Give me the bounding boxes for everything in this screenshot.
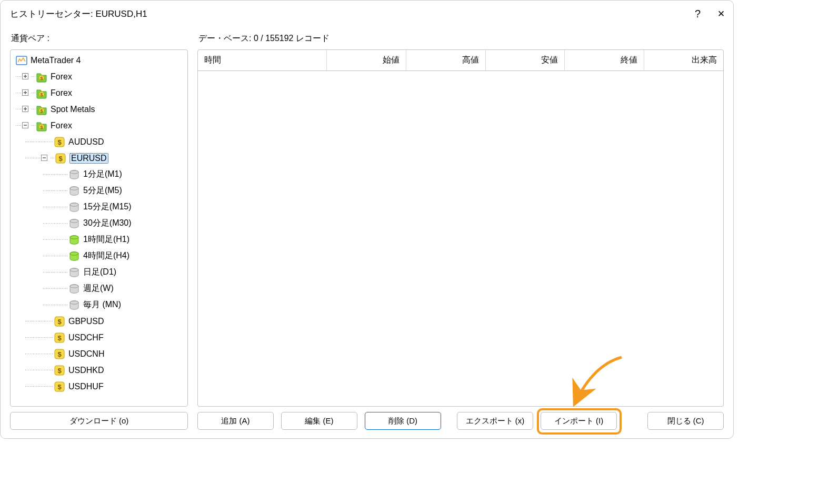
svg-text:$: $ — [57, 138, 62, 146]
tree-timeframe-item[interactable]: 週足(W) — [14, 280, 187, 297]
tree-group-item[interactable]: $Forex — [14, 68, 187, 85]
tree-guide — [41, 199, 59, 215]
tree-connector — [51, 150, 55, 166]
tree-symbol-item[interactable]: $USDCNH — [14, 346, 187, 362]
tree-connector — [59, 231, 68, 248]
tree-symbol-item[interactable]: $EURUSD — [14, 150, 187, 166]
tree-timeframe-item[interactable]: 30分足(M30) — [14, 215, 187, 231]
tree-symbol-item[interactable]: $USDCHF — [14, 329, 187, 346]
database-icon — [68, 234, 80, 246]
expand-icon[interactable] — [22, 73, 32, 80]
database-icon — [68, 185, 80, 197]
svg-text:$: $ — [40, 108, 43, 113]
dollar-icon: $ — [54, 348, 65, 360]
tree-timeframe-label: 1時間足(H1) — [83, 234, 129, 245]
tree-symbol-label: GBPUSD — [68, 317, 104, 326]
tree-connector — [59, 166, 68, 183]
tree-symbol-item[interactable]: $USDHKD — [14, 362, 187, 378]
tree-connector — [16, 101, 22, 117]
close-button[interactable]: 閉じる (C) — [647, 412, 724, 430]
tree-guide — [41, 183, 59, 199]
database-label: デー・ベース: 0 / 155192 レコード — [197, 27, 724, 47]
tree-group-item[interactable]: $Forex — [14, 85, 187, 101]
col-low[interactable]: 安値 — [486, 50, 565, 70]
tree-group-label: Forex — [51, 72, 72, 82]
tree-guide — [41, 166, 59, 183]
svg-text:$: $ — [57, 318, 62, 326]
import-button[interactable]: インポート (I) — [541, 412, 617, 430]
tree-symbol-item[interactable]: $USDHUF — [14, 378, 187, 395]
window-title: ヒストリーセンター: EURUSD,H1 — [10, 8, 147, 20]
tree-timeframe-label: 5分足(M5) — [83, 185, 122, 196]
collapse-icon[interactable] — [41, 155, 51, 162]
tree-symbol-label: EURUSD — [69, 153, 108, 164]
tree-timeframe-label: 週足(W) — [83, 283, 114, 294]
tree-connector — [41, 313, 54, 329]
col-vol[interactable]: 出来高 — [644, 50, 723, 70]
tree-timeframe-item[interactable]: 5分足(M5) — [14, 183, 187, 199]
tree-guide — [16, 183, 41, 199]
tree-connector — [59, 264, 68, 280]
tree-guide — [16, 231, 41, 248]
window-controls: ? ✕ — [695, 8, 725, 19]
expand-icon[interactable] — [22, 89, 32, 97]
svg-text:$: $ — [40, 92, 43, 97]
tree-symbol-item[interactable]: $AUDUSD — [14, 134, 187, 150]
tree-connector — [59, 199, 68, 215]
add-button[interactable]: 追加 (A) — [197, 412, 274, 430]
tree-connector — [32, 85, 36, 101]
tree-connector — [59, 280, 68, 297]
tree-guide — [16, 313, 41, 329]
help-icon[interactable]: ? — [695, 8, 701, 19]
expand-icon[interactable] — [22, 106, 32, 113]
dollar-icon: $ — [55, 153, 66, 164]
download-button[interactable]: ダウンロード (o) — [10, 412, 188, 430]
col-time[interactable]: 時間 — [198, 50, 327, 70]
col-close[interactable]: 終値 — [565, 50, 644, 70]
tree-guide — [16, 280, 41, 297]
tree-symbol-label: USDCNH — [68, 349, 104, 359]
tree-connector — [41, 134, 54, 150]
tree-connector — [32, 117, 36, 134]
dollar-icon: $ — [54, 365, 65, 376]
col-high[interactable]: 高値 — [406, 50, 486, 70]
tree-root-item[interactable]: MetaTrader 4 — [14, 52, 187, 68]
tree-connector — [41, 362, 54, 378]
folder-icon: $ — [36, 87, 47, 99]
symbols-panel: 通貨ペア : MetaTrader 4 $Forex$Forex$Spot Me… — [10, 27, 188, 407]
dollar-icon: $ — [54, 381, 65, 392]
tree-group-item[interactable]: $Spot Metals — [14, 101, 187, 117]
tree-symbol-item[interactable]: $GBPUSD — [14, 313, 187, 329]
col-open[interactable]: 始値 — [327, 50, 406, 70]
tree-guide — [16, 134, 41, 150]
delete-button[interactable]: 削除 (D) — [365, 412, 441, 430]
tree-connector — [59, 297, 68, 313]
tree-connector — [59, 215, 68, 231]
titlebar: ヒストリーセンター: EURUSD,H1 ? ✕ — [1, 1, 733, 27]
collapse-icon[interactable] — [22, 122, 32, 129]
tree-timeframe-item[interactable]: 日足(D1) — [14, 264, 187, 280]
close-icon[interactable]: ✕ — [717, 9, 725, 18]
tree-timeframe-item[interactable]: 1分足(M1) — [14, 166, 187, 183]
tree-guide — [41, 280, 59, 297]
symbols-tree[interactable]: MetaTrader 4 $Forex$Forex$Spot Metals $F… — [10, 49, 188, 407]
export-button[interactable]: エクスポート (x) — [457, 412, 533, 430]
tree-timeframe-item[interactable]: 15分足(M15) — [14, 199, 187, 215]
tree-timeframe-label: 毎月 (MN) — [83, 299, 121, 310]
svg-text:$: $ — [40, 75, 43, 80]
database-icon — [68, 267, 80, 278]
tree-timeframe-label: 15分足(M15) — [83, 201, 132, 213]
tree-guide — [41, 264, 59, 280]
tree-connector — [59, 248, 68, 264]
tree-timeframe-item[interactable]: 1時間足(H1) — [14, 231, 187, 248]
tree-timeframe-item[interactable]: 毎月 (MN) — [14, 297, 187, 313]
tree-guide — [16, 329, 41, 346]
edit-button[interactable]: 編集 (E) — [281, 412, 357, 430]
dialog-footer: ダウンロード (o) 追加 (A) 編集 (E) 削除 (D) エクスポート (… — [1, 407, 733, 438]
table-header: 時間 始値 高値 安値 終値 出来高 — [198, 50, 723, 71]
tree-symbol-label: USDCHF — [68, 333, 104, 342]
tree-group-item[interactable]: $Forex — [14, 117, 187, 134]
tree-timeframe-item[interactable]: 4時間足(H4) — [14, 248, 187, 264]
database-icon — [68, 218, 80, 229]
database-icon — [68, 201, 80, 213]
